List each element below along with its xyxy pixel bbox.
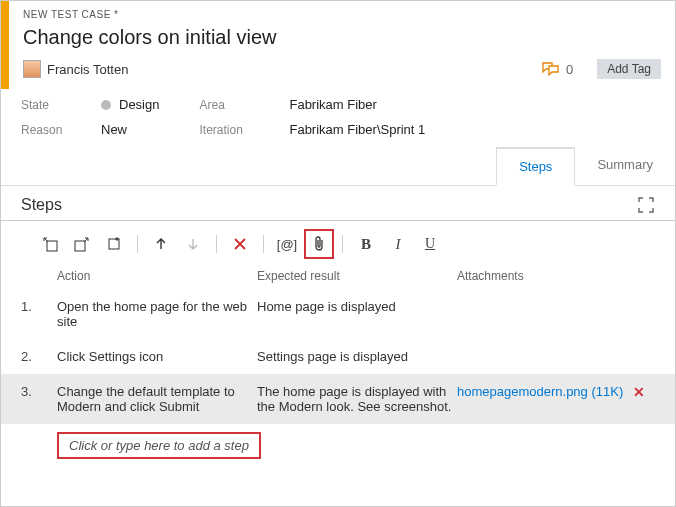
svg-rect-1	[75, 241, 85, 251]
add-tag-button[interactable]: Add Tag	[597, 59, 661, 79]
discussion-count: 0	[566, 62, 573, 77]
step-number: 2.	[21, 349, 57, 364]
toolbar-separator	[137, 235, 138, 253]
col-expected: Expected result	[257, 269, 457, 283]
insert-step-icon[interactable]	[35, 229, 65, 259]
step-number: 3.	[21, 384, 57, 399]
state-dot-icon	[101, 100, 111, 110]
add-step-input[interactable]: Click or type here to add a step	[57, 432, 261, 459]
step-expected[interactable]: The home page is displayed with the Mode…	[257, 384, 457, 414]
area-value[interactable]: Fabrikam Fiber	[289, 97, 425, 112]
toolbar-separator	[216, 235, 217, 253]
expand-icon[interactable]	[637, 196, 655, 214]
tab-steps[interactable]: Steps	[496, 147, 575, 186]
section-title: Steps	[21, 196, 637, 214]
step-expected[interactable]: Settings page is displayed	[257, 349, 457, 364]
accent-bar	[1, 1, 9, 89]
step-row[interactable]: 1. Open the home page for the web site H…	[1, 289, 675, 339]
discussion-link[interactable]: 0	[542, 62, 573, 77]
attachment-link[interactable]: homepagemodern.png (11K)	[457, 384, 623, 399]
svg-rect-0	[47, 241, 57, 251]
breadcrumb: NEW TEST CASE *	[23, 9, 661, 20]
italic-icon[interactable]: I	[383, 229, 413, 259]
discussion-icon	[542, 62, 560, 76]
tab-summary[interactable]: Summary	[575, 147, 675, 185]
insert-param-icon[interactable]: [@]	[272, 229, 302, 259]
remove-attachment-icon[interactable]: ✕	[633, 384, 655, 400]
step-action[interactable]: Click Settings icon	[57, 349, 257, 364]
insert-shared-step-icon[interactable]	[67, 229, 97, 259]
move-down-icon[interactable]	[178, 229, 208, 259]
col-action: Action	[57, 269, 257, 283]
step-expected[interactable]: Home page is displayed	[257, 299, 457, 314]
move-up-icon[interactable]	[146, 229, 176, 259]
step-row[interactable]: 2. Click Settings icon Settings page is …	[1, 339, 675, 374]
page-title[interactable]: Change colors on initial view	[23, 26, 661, 49]
reason-value[interactable]: New	[101, 122, 159, 137]
underline-icon[interactable]: U	[415, 229, 445, 259]
steps-toolbar: [@] B I U	[1, 221, 675, 267]
reason-label: Reason	[21, 123, 91, 137]
step-action[interactable]: Open the home page for the web site	[57, 299, 257, 329]
state-value[interactable]: Design	[101, 97, 159, 112]
state-label: State	[21, 98, 91, 112]
step-number: 1.	[21, 299, 57, 314]
step-action[interactable]: Change the default template to Modern an…	[57, 384, 257, 414]
delete-step-icon[interactable]	[225, 229, 255, 259]
avatar[interactable]	[23, 60, 41, 78]
owner-name[interactable]: Francis Totten	[47, 62, 128, 77]
step-row[interactable]: 3. Change the default template to Modern…	[1, 374, 675, 424]
create-shared-steps-icon[interactable]	[99, 229, 129, 259]
bold-icon[interactable]: B	[351, 229, 381, 259]
attach-file-icon[interactable]	[304, 229, 334, 259]
toolbar-separator	[342, 235, 343, 253]
area-label: Area	[199, 98, 279, 112]
iteration-label: Iteration	[199, 123, 279, 137]
toolbar-separator	[263, 235, 264, 253]
col-attachments: Attachments	[457, 269, 655, 283]
iteration-value[interactable]: Fabrikam Fiber\Sprint 1	[289, 122, 425, 137]
